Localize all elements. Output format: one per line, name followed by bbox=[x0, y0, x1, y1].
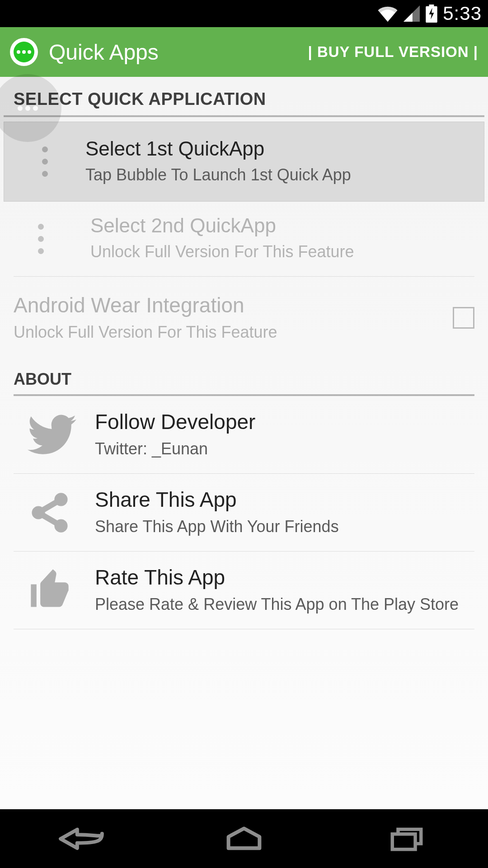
item-subtitle: Unlock Full Version For This Feature bbox=[90, 241, 461, 263]
drag-handle-icon bbox=[14, 202, 68, 276]
item-subtitle: Twitter: _Eunan bbox=[95, 439, 461, 460]
item-subtitle: Tap Bubble To Launch 1st Quick App bbox=[85, 165, 470, 186]
wear-checkbox[interactable] bbox=[453, 307, 474, 329]
item-title: Share This App bbox=[95, 487, 461, 512]
item-title: Select 2nd QuickApp bbox=[90, 214, 461, 237]
buy-full-version-button[interactable]: | BUY FULL VERSION | bbox=[308, 43, 478, 61]
item-subtitle: Share This App With Your Friends bbox=[95, 516, 461, 538]
item-subtitle: Unlock Full Version For This Feature bbox=[14, 322, 453, 343]
item-title: Select 1st QuickApp bbox=[85, 137, 470, 160]
battery-charging-icon bbox=[426, 5, 437, 23]
share-app-item[interactable]: Share This App Share This App With Your … bbox=[14, 474, 474, 552]
section-header-select-app: SELECT QUICK APPLICATION bbox=[0, 77, 488, 115]
back-button[interactable] bbox=[54, 823, 108, 854]
home-button[interactable] bbox=[217, 823, 271, 854]
share-icon bbox=[27, 490, 95, 535]
twitter-icon bbox=[27, 415, 95, 455]
wifi-icon bbox=[378, 5, 398, 22]
item-subtitle: Please Rate & Review This App on The Pla… bbox=[95, 594, 461, 615]
item-title: Rate This App bbox=[95, 565, 461, 590]
divider bbox=[4, 115, 484, 117]
android-wear-item[interactable]: Android Wear Integration Unlock Full Ver… bbox=[0, 277, 488, 361]
recents-button[interactable] bbox=[380, 823, 434, 854]
app-title: Quick Apps bbox=[49, 40, 159, 65]
rate-app-item[interactable]: Rate This App Please Rate & Review This … bbox=[14, 552, 474, 629]
status-time: 5:33 bbox=[443, 3, 482, 24]
item-title: Android Wear Integration bbox=[14, 293, 453, 317]
status-bar: 5:33 bbox=[0, 0, 488, 27]
app-logo-icon bbox=[10, 38, 38, 66]
section-header-about: ABOUT bbox=[0, 361, 488, 394]
cell-signal-icon bbox=[403, 5, 420, 22]
action-bar: Quick Apps | BUY FULL VERSION | bbox=[0, 27, 488, 77]
select-first-quickapp-item[interactable]: Select 1st QuickApp Tap Bubble To Launch… bbox=[4, 122, 484, 202]
svg-rect-3 bbox=[392, 834, 415, 849]
follow-developer-item[interactable]: Follow Developer Twitter: _Eunan bbox=[14, 396, 474, 474]
navigation-bar bbox=[0, 809, 488, 868]
content-area: SELECT QUICK APPLICATION Select 1st Quic… bbox=[0, 77, 488, 809]
item-title: Follow Developer bbox=[95, 410, 461, 434]
thumbs-up-icon bbox=[27, 567, 95, 613]
select-second-quickapp-item[interactable]: Select 2nd QuickApp Unlock Full Version … bbox=[14, 202, 474, 277]
